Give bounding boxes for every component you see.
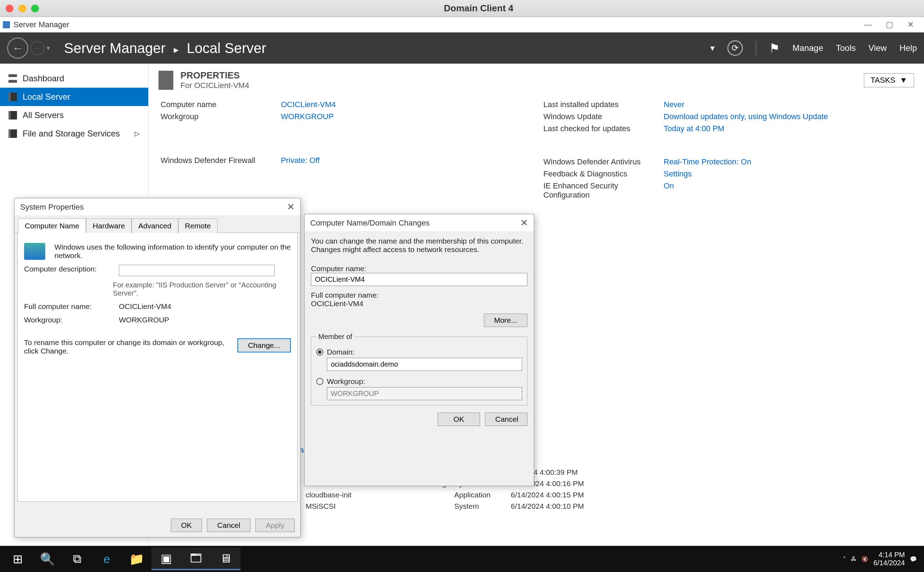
sidebar-item-label: File and Storage Services (23, 129, 120, 138)
nav-history-dropdown[interactable]: ▾ (47, 44, 50, 52)
tray-chevron-icon[interactable]: ˄ (843, 556, 846, 563)
system-properties-taskbar-icon[interactable]: 🖥 (211, 548, 240, 570)
app-menubar: Server Manager — ▢ ✕ (0, 17, 924, 33)
feedback-link[interactable]: Settings (664, 169, 692, 179)
info-text: You can change the name and the membersh… (311, 237, 527, 254)
computer-description-input[interactable] (119, 265, 274, 276)
server-icon (8, 93, 17, 101)
mac-close-button[interactable] (6, 5, 14, 12)
last-checked-link[interactable]: Today at 4:00 PM (664, 124, 724, 133)
tab-computer-name[interactable]: Computer Name (18, 219, 86, 233)
menu-view[interactable]: View (868, 43, 887, 53)
full-name-label: Full computer name: (24, 302, 112, 311)
mac-zoom-button[interactable] (31, 5, 39, 12)
network-icon[interactable]: 🖧 (851, 556, 857, 562)
member-of-group: Member of Domain: Workgroup: (311, 333, 527, 406)
workgroup-link[interactable]: WORKGROUP (281, 112, 333, 121)
windows-update-link[interactable]: Download updates only, using Windows Upd… (664, 112, 828, 121)
nav-forward-button[interactable]: → (30, 41, 45, 55)
more-button[interactable]: More... (484, 314, 527, 327)
menu-help[interactable]: Help (900, 43, 917, 53)
chevron-right-icon: ▸ (174, 44, 179, 55)
workgroup-radio[interactable] (316, 378, 323, 385)
taskbar-clock[interactable]: 4:14 PM 6/14/2024 (873, 551, 905, 567)
menu-manage[interactable]: Manage (792, 43, 823, 53)
workgroup-input (327, 387, 522, 400)
domain-input[interactable] (327, 358, 522, 371)
action-center-icon[interactable]: 💬 (910, 556, 917, 563)
apply-button[interactable]: Apply (256, 519, 294, 532)
change-button[interactable]: Change... (237, 338, 291, 353)
sidebar-item-local-server[interactable]: Local Server (0, 88, 148, 106)
dialog-title: Computer Name/Domain Changes (310, 219, 430, 228)
tasks-dropdown[interactable]: TASKS ▼ (864, 73, 914, 87)
breadcrumb: Server Manager ▸ Local Server (64, 40, 266, 56)
chevron-down-icon: ▼ (900, 76, 907, 85)
sidebar-item-dashboard[interactable]: Dashboard (0, 69, 148, 88)
firewall-link[interactable]: Private: Off (281, 156, 320, 165)
info-text: Windows uses the following information t… (55, 243, 291, 260)
servers-icon (8, 111, 17, 120)
clock-time: 4:14 PM (873, 551, 905, 559)
clock-date: 6/14/2024 (873, 559, 905, 567)
computer-name-link[interactable]: OCICLient-VM4 (281, 100, 336, 109)
full-name-label: Full computer name: (311, 291, 527, 300)
defender-av-link[interactable]: Real-Time Protection: On (664, 157, 751, 166)
member-of-label: Member of (316, 333, 354, 341)
desc-hint: For example: "IIS Production Server" or … (113, 281, 291, 297)
server-manager-taskbar-icon[interactable]: 🗔 (181, 548, 211, 570)
server-large-icon (159, 71, 173, 90)
cancel-button[interactable]: Cancel (207, 519, 251, 532)
full-name-value: OCICLient-VM4 (311, 300, 527, 308)
header-bar: ← → ▾ Server Manager ▸ Local Server ▾ ⟳ … (0, 33, 924, 64)
window-maximize-button[interactable]: ▢ (879, 20, 900, 30)
start-button[interactable]: ⊞ (3, 548, 33, 570)
computer-name-label: Computer name: (311, 264, 527, 273)
desc-label: Computer description: (24, 265, 112, 273)
breadcrumb-root[interactable]: Server Manager (64, 40, 165, 56)
nav-back-button[interactable]: ← (7, 37, 28, 59)
ie-esc-link[interactable]: On (664, 181, 674, 200)
sidebar-item-file-storage[interactable]: File and Storage Services ▷ (0, 124, 148, 143)
prop-label: Feedback & Diagnostics (543, 169, 664, 179)
task-view-icon[interactable]: ⧉ (62, 548, 92, 570)
ie-icon[interactable]: e (92, 548, 122, 570)
cmd-icon[interactable]: ▣ (151, 548, 181, 570)
workgroup-label: Workgroup: (24, 316, 112, 324)
close-icon[interactable]: ✕ (287, 202, 294, 213)
prop-label: Windows Defender Firewall (160, 156, 281, 165)
divider (756, 41, 756, 55)
tasks-label: TASKS (871, 76, 896, 85)
search-icon[interactable]: 🔍 (33, 548, 62, 570)
sidebar-item-all-servers[interactable]: All Servers (0, 106, 148, 124)
notifications-flag-icon[interactable]: ⚑ (769, 41, 780, 55)
close-icon[interactable]: ✕ (520, 218, 528, 228)
window-close-button[interactable]: ✕ (900, 20, 921, 30)
mac-window-title: Domain Client 4 (39, 3, 918, 14)
tab-advanced[interactable]: Advanced (132, 219, 178, 233)
ok-button[interactable]: OK (438, 413, 480, 426)
sidebar-item-label: Dashboard (23, 73, 64, 84)
cancel-button[interactable]: Cancel (485, 413, 527, 426)
domain-label: Domain: (327, 348, 354, 356)
explorer-icon[interactable]: 📁 (122, 548, 151, 570)
change-text: To rename this computer or change its do… (24, 338, 231, 355)
server-manager-icon (3, 21, 10, 28)
domain-radio[interactable] (316, 348, 323, 356)
computer-name-input[interactable] (311, 273, 527, 286)
chevron-right-icon: ▷ (135, 130, 140, 138)
mac-minimize-button[interactable] (19, 5, 26, 12)
volume-muted-icon[interactable]: 🔇 (862, 556, 868, 563)
tab-hardware[interactable]: Hardware (86, 219, 132, 233)
window-minimize-button[interactable]: — (857, 20, 879, 30)
last-updates-link[interactable]: Never (664, 100, 684, 109)
tab-remote[interactable]: Remote (178, 219, 218, 233)
menu-tools[interactable]: Tools (836, 43, 856, 53)
workgroup-value: WORKGROUP (119, 316, 169, 324)
prop-label: Windows Defender Antivirus (543, 157, 664, 166)
header-dropdown-caret[interactable]: ▾ (711, 43, 715, 53)
refresh-icon[interactable]: ⟳ (727, 40, 743, 56)
taskbar: ⊞ 🔍 ⧉ e 📁 ▣ 🗔 🖥 ˄ 🖧 🔇 4:14 PM 6/14/2024 … (0, 546, 924, 572)
ok-button[interactable]: OK (171, 519, 202, 532)
prop-label: Last installed updates (543, 100, 664, 109)
